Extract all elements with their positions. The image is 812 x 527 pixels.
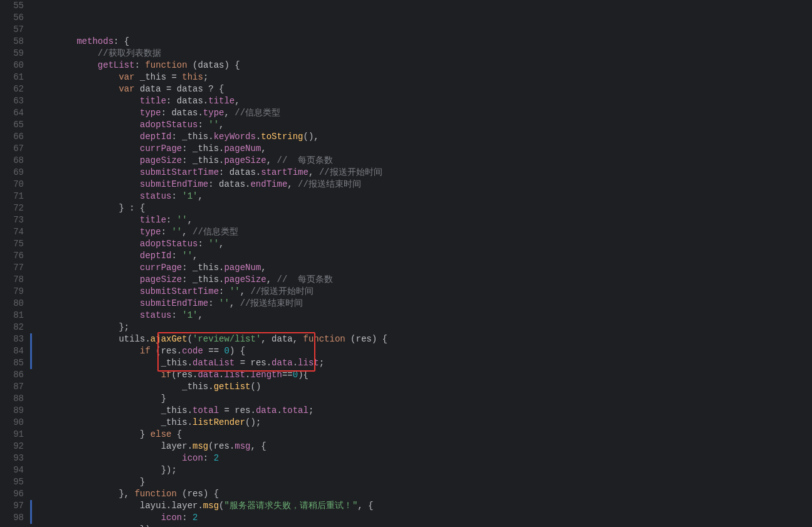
code-line[interactable]: status: '1', xyxy=(34,310,812,321)
line-number: 79 xyxy=(4,286,24,298)
line-number: 59 xyxy=(4,48,24,60)
code-line[interactable]: submitEndTime: '', //报送结束时间 xyxy=(34,298,812,310)
line-number: 93 xyxy=(4,452,24,464)
line-number: 80 xyxy=(4,298,24,310)
line-number: 61 xyxy=(4,71,24,83)
line-number: 75 xyxy=(4,238,24,250)
code-line[interactable]: }); xyxy=(34,524,812,527)
code-line[interactable]: title: '', xyxy=(34,214,812,226)
line-number: 62 xyxy=(4,83,24,95)
line-number: 60 xyxy=(4,60,24,71)
line-number: 57 xyxy=(4,24,24,36)
line-number: 96 xyxy=(4,488,24,500)
code-line[interactable]: }; xyxy=(34,321,812,333)
code-line[interactable]: layui.layer.msg("服务器请求失败，请稍后重试！", { xyxy=(34,500,812,512)
code-line[interactable]: } xyxy=(34,393,812,405)
line-number: 55 xyxy=(4,0,24,12)
code-editor[interactable]: 5556575859606162636465666768697071727374… xyxy=(0,0,812,527)
line-number: 73 xyxy=(4,214,24,226)
code-line[interactable]: submitEndTime: datas.endTime, //报送结束时间 xyxy=(34,179,812,190)
code-line[interactable]: pageSize: _this.pageSize, // 每页条数 xyxy=(34,274,812,286)
code-line[interactable]: deptId: _this.keyWords.toString(), xyxy=(34,131,812,143)
line-number: 76 xyxy=(4,250,24,262)
line-number: 67 xyxy=(4,143,24,155)
code-line[interactable]: _this.getList() xyxy=(34,381,812,393)
line-number: 84 xyxy=(4,345,24,357)
code-line[interactable]: } xyxy=(34,476,812,488)
line-number: 97 xyxy=(4,500,24,512)
line-number: 81 xyxy=(4,310,24,321)
code-line[interactable]: deptId: '', xyxy=(34,250,812,262)
code-line[interactable]: if(res.data.list.length==0){ xyxy=(34,369,812,381)
line-number: 85 xyxy=(4,357,24,369)
line-number: 89 xyxy=(4,405,24,417)
code-line[interactable]: type: '', //信息类型 xyxy=(34,226,812,238)
code-line[interactable]: }); xyxy=(34,464,812,476)
line-number: 74 xyxy=(4,226,24,238)
line-number: 94 xyxy=(4,464,24,476)
line-number: 91 xyxy=(4,429,24,441)
line-number: 82 xyxy=(4,321,24,333)
code-line[interactable]: icon: 2 xyxy=(34,512,812,524)
code-line[interactable]: getList: function (datas) { xyxy=(34,60,812,71)
code-line[interactable]: status: '1', xyxy=(34,190,812,202)
line-number: 83 xyxy=(4,333,24,345)
line-number: 86 xyxy=(4,369,24,381)
line-number-gutter: 5556575859606162636465666768697071727374… xyxy=(0,0,30,527)
line-number: 65 xyxy=(4,119,24,131)
line-number: 92 xyxy=(4,441,24,452)
line-number: 78 xyxy=(4,274,24,286)
code-line[interactable]: utils.ajaxGet('review/list', data, funct… xyxy=(34,333,812,345)
line-number: 69 xyxy=(4,167,24,179)
line-number: 98 xyxy=(4,512,24,524)
line-number: 90 xyxy=(4,417,24,429)
line-number: 77 xyxy=(4,262,24,274)
line-number: 58 xyxy=(4,36,24,48)
line-number: 56 xyxy=(4,12,24,24)
code-line[interactable]: methods: { xyxy=(34,36,812,48)
code-line[interactable]: adoptStatus: '', xyxy=(34,238,812,250)
code-line[interactable]: pageSize: _this.pageSize, // 每页条数 xyxy=(34,155,812,167)
line-number: 88 xyxy=(4,393,24,405)
code-line[interactable]: _this.listRender(); xyxy=(34,417,812,429)
code-line[interactable]: } else { xyxy=(34,429,812,441)
code-line[interactable]: _this.total = res.data.total; xyxy=(34,405,812,417)
code-line[interactable]: } : { xyxy=(34,202,812,214)
code-line[interactable]: //获取列表数据 xyxy=(34,48,812,60)
code-line[interactable]: type: datas.type, //信息类型 xyxy=(34,107,812,119)
code-line[interactable]: title: datas.title, xyxy=(34,95,812,107)
code-line[interactable]: var data = datas ? { xyxy=(34,83,812,95)
code-area[interactable]: methods: { //获取列表数据 getList: function (d… xyxy=(32,0,812,527)
code-line[interactable]: icon: 2 xyxy=(34,452,812,464)
code-line[interactable]: currPage: _this.pageNum, xyxy=(34,262,812,274)
line-number: 95 xyxy=(4,476,24,488)
line-number: 68 xyxy=(4,155,24,167)
code-line[interactable]: if (res.code == 0) { xyxy=(34,345,812,357)
code-line[interactable]: _this.dataList = res.data.list; xyxy=(34,357,812,369)
code-line[interactable]: layer.msg(res.msg, { xyxy=(34,441,812,452)
code-line[interactable]: adoptStatus: '', xyxy=(34,119,812,131)
line-number: 72 xyxy=(4,202,24,214)
line-number: 64 xyxy=(4,107,24,119)
code-line[interactable]: }, function (res) { xyxy=(34,488,812,500)
code-line[interactable]: submitStartTime: '', //报送开始时间 xyxy=(34,286,812,298)
line-number: 63 xyxy=(4,95,24,107)
code-line[interactable]: submitStartTime: datas.startTime, //报送开始… xyxy=(34,167,812,179)
line-number: 66 xyxy=(4,131,24,143)
line-number: 70 xyxy=(4,179,24,190)
line-number: 87 xyxy=(4,381,24,393)
code-line[interactable]: var _this = this; xyxy=(34,71,812,83)
code-line[interactable]: currPage: _this.pageNum, xyxy=(34,143,812,155)
line-number: 71 xyxy=(4,190,24,202)
